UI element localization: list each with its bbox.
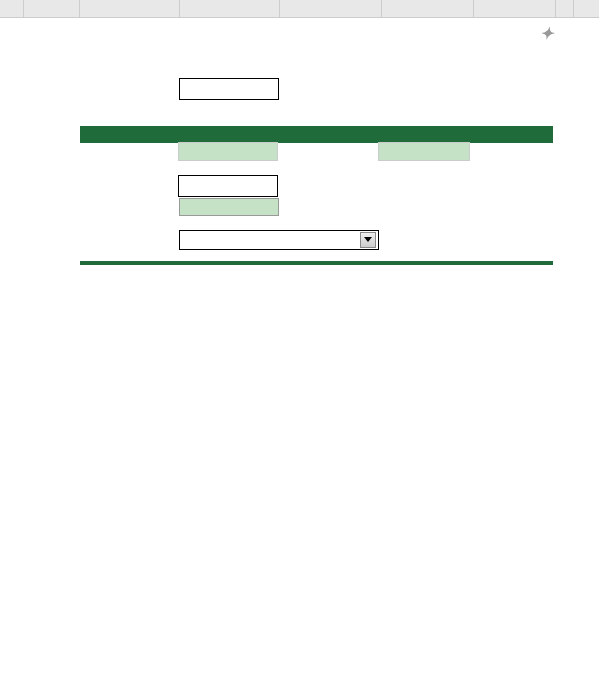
total-payment-value: [378, 142, 470, 161]
dropdown-icon[interactable]: [360, 232, 376, 248]
svg-marker-0: [364, 237, 372, 242]
balance-date-input[interactable]: [179, 78, 279, 100]
pth-month: [472, 261, 553, 265]
th-payment: [380, 126, 472, 143]
th-rate: [279, 126, 380, 143]
strategy-select[interactable]: [179, 230, 379, 250]
page-title: [24, 31, 380, 35]
initial-snowball-value: [179, 198, 279, 216]
pth-interest: [279, 261, 380, 265]
source-link[interactable]: [24, 48, 380, 64]
pth-creditor: [80, 261, 179, 265]
pth-months: [380, 261, 472, 265]
th-custom: [472, 126, 553, 143]
vertex42-logo: ✦: [380, 24, 554, 43]
total-payment-label: [277, 142, 379, 161]
total-balance-label: [79, 142, 179, 161]
th-creditor: [80, 126, 179, 143]
total-balance-value: [178, 142, 278, 161]
th-balance: [179, 126, 279, 143]
pth-balance: [179, 261, 279, 265]
column-headers: [0, 0, 599, 18]
creditor-table-title: [80, 110, 82, 126]
copyright-text: [380, 48, 554, 64]
row-header-label: [24, 126, 80, 143]
monthly-payment-input[interactable]: [178, 175, 278, 197]
